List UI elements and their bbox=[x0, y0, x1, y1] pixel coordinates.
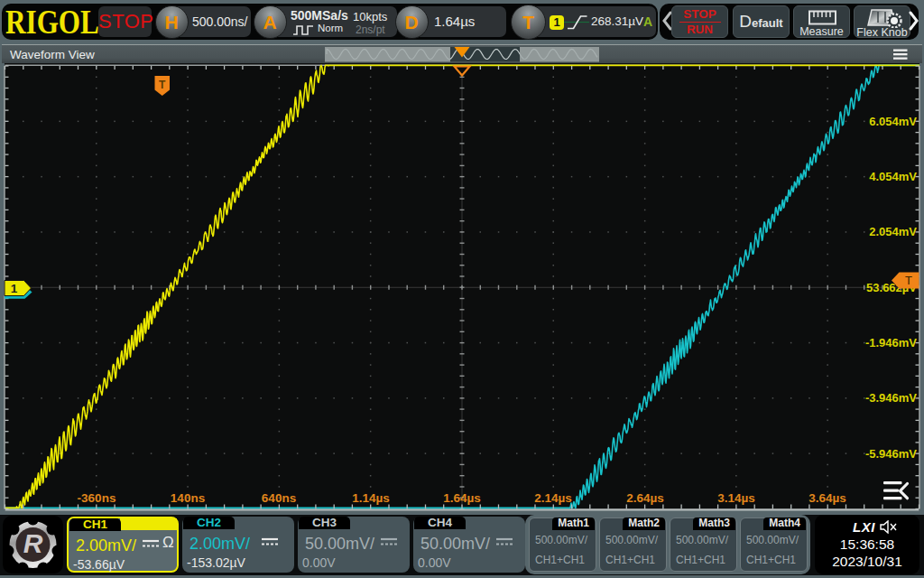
svg-text:2.64µs: 2.64µs bbox=[626, 491, 664, 505]
svg-text:6.054mV: 6.054mV bbox=[869, 115, 917, 128]
svg-text:1.14µs: 1.14µs bbox=[352, 491, 390, 505]
svg-text:3.64µs: 3.64µs bbox=[808, 491, 846, 505]
svg-text:2.14µs: 2.14µs bbox=[534, 491, 572, 505]
svg-text:1: 1 bbox=[11, 282, 18, 295]
svg-text:2.054mV: 2.054mV bbox=[869, 225, 917, 238]
svg-text:140ns: 140ns bbox=[171, 491, 205, 505]
svg-text:R: R bbox=[23, 528, 43, 558]
svg-text:3.14µs: 3.14µs bbox=[717, 491, 755, 505]
svg-text:-1.946mV: -1.946mV bbox=[865, 336, 917, 350]
svg-text:640ns: 640ns bbox=[262, 491, 296, 505]
svg-text:4.054mV: 4.054mV bbox=[869, 170, 917, 183]
svg-text:-3.946mV: -3.946mV bbox=[865, 391, 917, 405]
svg-text:1.64µs: 1.64µs bbox=[443, 491, 481, 505]
svg-text:T: T bbox=[905, 274, 912, 287]
svg-text:-360ns: -360ns bbox=[78, 491, 116, 505]
svg-text:T: T bbox=[159, 79, 166, 91]
svg-text:-5.946mV: -5.946mV bbox=[865, 447, 917, 461]
